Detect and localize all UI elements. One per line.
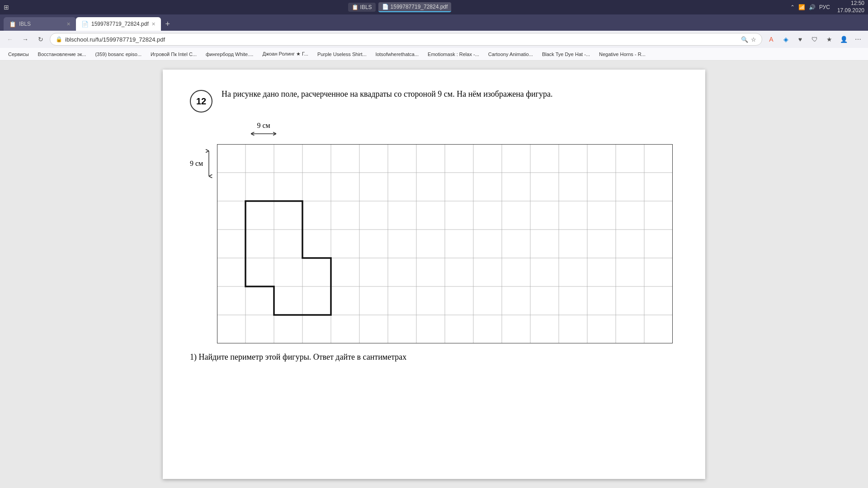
ext-star-button[interactable]: ★ [823, 33, 835, 46]
dim-left-text: 9 см [190, 160, 203, 168]
answer-text: 1) Найдите периметр этой фигуры. Ответ д… [190, 352, 678, 362]
network-icon[interactable]: 📶 [798, 4, 805, 10]
ext-ada-button[interactable]: A [765, 33, 778, 46]
clock-time: 12:50 [837, 0, 864, 7]
tab-ibls-close[interactable]: ✕ [66, 21, 71, 27]
bookmark-5[interactable]: Джоан Ролинг ★ Г... [259, 49, 311, 59]
menu-button[interactable]: ⋯ [852, 33, 864, 46]
expand-icon[interactable]: ⌃ [790, 4, 795, 10]
lang-label: РУС [819, 4, 830, 10]
windows-icon[interactable]: ⊞ [4, 4, 9, 11]
tab-pdf-close[interactable]: ✕ [151, 21, 156, 27]
back-button[interactable]: ← [4, 33, 16, 46]
address-text: iblschool.ru/fu/1599787719_72824.pdf [65, 36, 738, 43]
clock-date: 17.09.2020 [837, 7, 864, 14]
dim-top-arrow [249, 130, 278, 138]
ext-user-button[interactable]: 👤 [837, 33, 850, 46]
search-icon: 🔍 [741, 36, 748, 43]
problem-container: 12 На рисунке дано поле, расчерченное на… [190, 88, 678, 113]
bookmark-7[interactable]: lotsofwherethatca... [372, 49, 422, 59]
title-bar-left: ⊞ [4, 4, 9, 11]
volume-icon[interactable]: 🔊 [809, 4, 816, 10]
bookmarks-bar: Сервисы Восстановление эк... (359) bosan… [0, 48, 868, 61]
dim-left-arrow [205, 149, 213, 178]
taskbar-app-pdf[interactable]: 📄 1599787719_72824.pdf [378, 2, 452, 12]
problem-text: На рисунке дано поле, расчерченное на кв… [222, 88, 678, 101]
tab-ibls-label: IBLS [19, 21, 31, 27]
tab-pdf-favicon: 📄 [81, 21, 89, 28]
tab-pdf[interactable]: 📄 1599787719_72824.pdf ✕ [76, 17, 161, 31]
pdf-label: 1599787719_72824.pdf [391, 4, 448, 10]
system-clock: 12:50 17.09.2020 [837, 0, 864, 14]
lock-icon: 🔒 [56, 36, 62, 42]
bookmark-6[interactable]: Purple Useless Shirt... [314, 49, 370, 59]
page-content: 12 На рисунке дано поле, расчерченное на… [0, 61, 868, 488]
dim-top-text: 9 см [257, 122, 270, 130]
browser-chrome: ⊞ 📋 IBLS 📄 1599787719_72824.pdf ⌃ 📶 🔊 РУ… [0, 0, 868, 61]
bookmark-3[interactable]: Игровой Пк Intel C... [147, 49, 200, 59]
bookmark-2[interactable]: (359) bosanc episo... [91, 49, 145, 59]
forward-button[interactable]: → [19, 33, 32, 46]
grid-vertical-lines [217, 144, 673, 343]
ibls-label: IBLS [360, 4, 372, 10]
bookmark-0[interactable]: Сервисы [5, 49, 33, 59]
system-tray: ⌃ 📶 🔊 РУС [790, 4, 830, 10]
tab-bar: 📋 IBLS ✕ 📄 1599787719_72824.pdf ✕ + [0, 14, 868, 31]
bookmark-1[interactable]: Восстановление эк... [34, 49, 90, 59]
problem-number: 12 [190, 90, 212, 113]
bookmark-8[interactable]: Emotiomask : Relax -... [424, 49, 483, 59]
star-bookmark-icon[interactable]: ☆ [751, 36, 756, 43]
nav-bar: ← → ↻ 🔒 iblschool.ru/fu/1599787719_72824… [0, 31, 868, 48]
title-bar-right: ⌃ 📶 🔊 РУС 12:50 17.09.2020 [790, 0, 864, 14]
refresh-button[interactable]: ↻ [34, 33, 47, 46]
dim-top-label: 9 см [249, 122, 278, 138]
pdf-icon: 📄 [382, 4, 389, 10]
ext-heart-button[interactable]: ♥ [794, 33, 807, 46]
tab-ibls[interactable]: 📋 IBLS ✕ [4, 17, 76, 31]
bookmark-10[interactable]: Black Tye Dye Hat -... [538, 49, 594, 59]
dim-left-label: 9 см [190, 149, 213, 178]
ext-shield-button[interactable]: 🛡 [808, 33, 821, 46]
taskbar-pinned: 📋 IBLS 📄 1599787719_72824.pdf [348, 2, 452, 12]
nav-actions: A ◈ ♥ 🛡 ★ 👤 ⋯ [765, 33, 864, 46]
ext-edge-button[interactable]: ◈ [779, 33, 792, 46]
tab-ibls-favicon: 📋 [9, 21, 16, 28]
taskbar-app-ibls[interactable]: 📋 IBLS [348, 3, 376, 12]
bookmark-11[interactable]: Negative Horns - R... [595, 49, 649, 59]
title-bar: ⊞ 📋 IBLS 📄 1599787719_72824.pdf ⌃ 📶 🔊 РУ… [0, 0, 868, 14]
tab-pdf-label: 1599787719_72824.pdf [91, 21, 149, 27]
new-tab-button[interactable]: + [161, 17, 175, 31]
grid-svg [217, 144, 673, 343]
bookmark-4[interactable]: фингерборд White.... [202, 49, 257, 59]
bookmark-9[interactable]: Cartoony Animatio... [485, 49, 537, 59]
ibls-icon: 📋 [352, 4, 359, 10]
pdf-page: 12 На рисунке дано поле, расчерченное на… [163, 70, 705, 479]
address-bar[interactable]: 🔒 iblschool.ru/fu/1599787719_72824.pdf 🔍… [50, 33, 762, 46]
figure-area: 9 см 9 см [190, 122, 678, 343]
